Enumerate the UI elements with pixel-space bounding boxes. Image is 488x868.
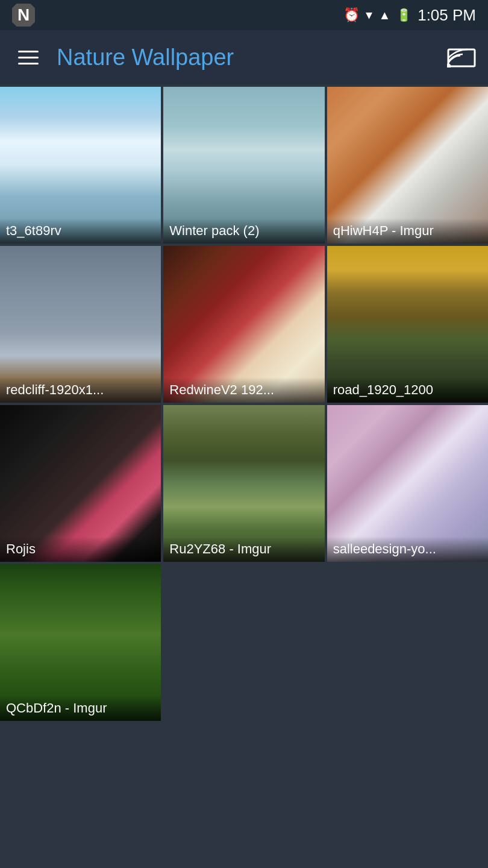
signal-icon: ▲: [378, 8, 390, 22]
wallpaper-label-rojis: Rojis: [0, 536, 161, 562]
wallpaper-item-road1920[interactable]: road_1920_1200: [327, 246, 488, 403]
svg-point-1: [447, 64, 450, 68]
wallpaper-label-road1920: road_1920_1200: [327, 377, 488, 403]
status-bar-right: ⏰ ▾ ▲ 🔋 1:05 PM: [343, 6, 476, 25]
wallpaper-item-redwinev2[interactable]: RedwineV2 192...: [163, 246, 324, 403]
cast-icon: [447, 45, 476, 68]
menu-line-1: [18, 51, 39, 52]
nexus-logo: N: [12, 4, 35, 27]
wallpaper-item-salleedesign[interactable]: salleedesign-yo...: [327, 405, 488, 562]
wallpaper-item-winter-pack-2[interactable]: Winter pack (2): [163, 87, 324, 244]
menu-line-3: [18, 63, 39, 64]
status-time: 1:05 PM: [418, 6, 476, 25]
status-bar-left: N: [12, 4, 35, 27]
wallpaper-label-redcliff: redcliff-1920x1...: [0, 377, 161, 403]
wallpaper-label-qhiwh4p: qHiwH4P - Imgur: [327, 218, 488, 244]
menu-line-2: [18, 57, 39, 58]
wallpaper-label-redwinev2: RedwineV2 192...: [163, 377, 324, 403]
wallpaper-item-redcliff[interactable]: redcliff-1920x1...: [0, 246, 161, 403]
battery-icon: 🔋: [396, 8, 411, 22]
wallpaper-item-ru2yz68[interactable]: Ru2YZ68 - Imgur: [163, 405, 324, 562]
wallpaper-label-t3_6t89rv: t3_6t89rv: [0, 218, 161, 244]
hamburger-menu-button[interactable]: [12, 45, 45, 71]
wallpaper-label-winter-pack-2: Winter pack (2): [163, 218, 324, 244]
alarm-icon: ⏰: [343, 7, 360, 23]
app-bar: Nature Wallpaper: [0, 30, 488, 84]
app-title: Nature Wallpaper: [57, 45, 447, 71]
wallpaper-item-qhiwh4p[interactable]: qHiwH4P - Imgur: [327, 87, 488, 244]
wallpaper-label-qcbdf2n: QCbDf2n - Imgur: [0, 696, 161, 721]
cast-button[interactable]: [447, 45, 476, 70]
status-bar: N ⏰ ▾ ▲ 🔋 1:05 PM: [0, 0, 488, 30]
wallpaper-item-rojis[interactable]: Rojis: [0, 405, 161, 562]
bottom-area: [0, 723, 488, 820]
wallpaper-grid: t3_6t89rvWinter pack (2)qHiwH4P - Imgurr…: [0, 84, 488, 723]
wallpaper-item-t3_6t89rv[interactable]: t3_6t89rv: [0, 87, 161, 244]
wallpaper-label-salleedesign: salleedesign-yo...: [327, 536, 488, 562]
wallpaper-label-ru2yz68: Ru2YZ68 - Imgur: [163, 536, 324, 562]
wallpaper-item-qcbdf2n[interactable]: QCbDf2n - Imgur: [0, 564, 161, 721]
wifi-icon: ▾: [366, 7, 372, 23]
